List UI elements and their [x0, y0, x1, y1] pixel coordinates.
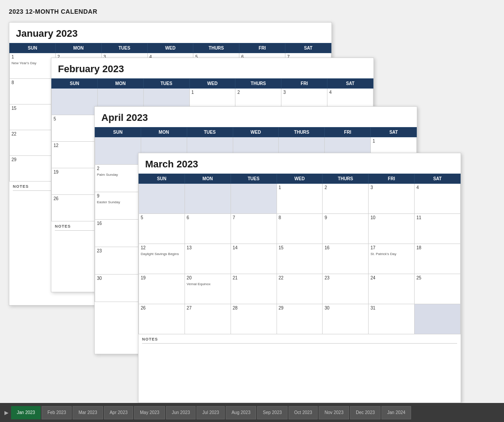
tab-scroll-left-icon[interactable]: ▶: [2, 410, 11, 416]
list-item: 27: [185, 304, 231, 334]
list-item: 23: [95, 247, 141, 275]
jan-header-sat: SAT: [285, 43, 331, 53]
list-item: 6: [185, 214, 231, 244]
list-item: 5: [52, 115, 98, 142]
list-item: 31: [369, 304, 415, 334]
list-item: 3: [369, 184, 415, 214]
list-item: [231, 184, 277, 214]
list-item: 12Daylight Savings Begins: [139, 244, 185, 274]
tab-apr-2023[interactable]: Apr 2023: [104, 406, 134, 419]
list-item: 18: [415, 244, 461, 274]
tab-aug-2023[interactable]: Aug 2023: [226, 406, 256, 419]
apr-header-fri: FRI: [325, 128, 371, 137]
mar-header-sat: SAT: [415, 174, 461, 184]
tab-dec-2023[interactable]: Dec 2023: [350, 406, 381, 419]
tab-jun-2023[interactable]: Jun 2023: [166, 406, 196, 419]
list-item: 24: [369, 274, 415, 304]
tab-nov-2023[interactable]: Nov 2023: [319, 406, 349, 419]
apr-header-sun: SUN: [95, 128, 141, 137]
list-item: 21: [231, 274, 277, 304]
jan-header-thu: THURS: [193, 43, 239, 53]
tab-mar-2023[interactable]: Mar 2023: [73, 406, 103, 419]
tab-bar: ▶ Jan 2023 Feb 2023 Mar 2023 Apr 2023 Ma…: [0, 403, 504, 422]
apr-header-mon: MON: [141, 128, 187, 137]
list-item: 11: [415, 214, 461, 244]
list-item: 1: [277, 184, 323, 214]
tab-may-2023[interactable]: May 2023: [134, 406, 165, 419]
april-title: April 2023: [95, 107, 417, 127]
list-item: 17St. Patrick's Day: [369, 244, 415, 274]
list-item: 1New Year's Day: [10, 53, 56, 79]
tab-feb-2023[interactable]: Feb 2023: [42, 406, 72, 419]
list-item: 8: [277, 214, 323, 244]
list-item: 22: [10, 130, 56, 156]
march-title: March 2023: [139, 153, 461, 174]
list-item: 30: [323, 304, 369, 334]
tab-sep-2023[interactable]: Sep 2023: [257, 406, 288, 419]
app-title: 2023 12-MONTH CALENDAR: [9, 8, 495, 15]
list-item: 14: [231, 244, 277, 274]
feb-header-sun: SUN: [52, 79, 98, 89]
feb-header-sat: SAT: [327, 79, 373, 89]
list-item: 12: [52, 142, 98, 168]
feb-header-mon: MON: [97, 79, 143, 89]
mar-notes-label: NOTES: [142, 337, 457, 341]
list-item: 28: [231, 304, 277, 334]
list-item: 10: [369, 214, 415, 244]
list-item: 26: [52, 195, 98, 221]
list-item: 19: [139, 274, 185, 304]
table-row: 26 27 28 29 30 31: [139, 304, 461, 334]
list-item: 19: [52, 168, 98, 195]
list-item: 16: [95, 220, 141, 247]
list-item: 23: [323, 274, 369, 304]
list-item: [185, 184, 231, 214]
list-item: 15: [277, 244, 323, 274]
apr-header-tue: TUES: [187, 128, 233, 137]
feb-header-thu: THURS: [235, 79, 281, 89]
list-item: 9Easter Sunday: [95, 192, 141, 220]
march-grid: SUN MON TUES WED THURS FRI SAT 1 2 3: [139, 174, 461, 334]
mar-header-mon: MON: [185, 174, 231, 184]
january-title: January 2023: [9, 23, 331, 43]
apr-header-thu: THURS: [279, 128, 325, 137]
list-item: 26: [139, 304, 185, 334]
tab-oct-2023[interactable]: Oct 2023: [289, 406, 318, 419]
feb-header-tue: TUES: [143, 79, 189, 89]
apr-header-sat: SAT: [371, 128, 417, 137]
list-item: 8: [10, 79, 56, 105]
jan-header-mon: MON: [55, 43, 101, 53]
list-item: 30: [95, 275, 141, 302]
list-item: [415, 304, 461, 334]
february-title: February 2023: [51, 58, 373, 78]
tab-jul-2023[interactable]: Jul 2023: [196, 406, 225, 419]
list-item: 20Vernal Equinox: [185, 274, 231, 304]
table-row: 5 6 7 8 9 10 11: [139, 214, 461, 244]
list-item: 16: [323, 244, 369, 274]
mar-header-thu: THURS: [323, 174, 369, 184]
tab-jan-2023[interactable]: Jan 2023: [11, 406, 41, 419]
list-item: 7: [231, 214, 277, 244]
tab-jan-2024[interactable]: Jan 2024: [381, 406, 411, 419]
list-item: 15: [10, 105, 56, 130]
mar-header-sun: SUN: [139, 174, 185, 184]
jan-header-fri: FRI: [239, 43, 285, 53]
apr-header-wed: WED: [233, 128, 279, 137]
mar-header-fri: FRI: [369, 174, 415, 184]
list-item: 13: [185, 244, 231, 274]
mar-header-wed: WED: [277, 174, 323, 184]
calendar-march: March 2023 SUN MON TUES WED THURS FRI SA…: [138, 153, 461, 403]
jan-header-sun: SUN: [10, 43, 56, 53]
list-item: 29: [277, 304, 323, 334]
list-item: [52, 89, 98, 115]
mar-notes: NOTES: [139, 334, 461, 366]
table-row: 19 20Vernal Equinox 21 22 23 24 25: [139, 274, 461, 304]
list-item: 2Palm Sunday: [95, 165, 141, 192]
jan-header-wed: WED: [147, 43, 193, 53]
list-item: [95, 137, 141, 165]
table-row: 12Daylight Savings Begins 13 14 15 16 17…: [139, 244, 461, 274]
mar-notes-lines: [142, 343, 457, 363]
jan-header-tue: TUES: [101, 43, 147, 53]
feb-header-wed: WED: [189, 79, 235, 89]
list-item: 9: [323, 214, 369, 244]
main-content: 2023 12-MONTH CALENDAR January 2023 SUN …: [0, 0, 504, 403]
